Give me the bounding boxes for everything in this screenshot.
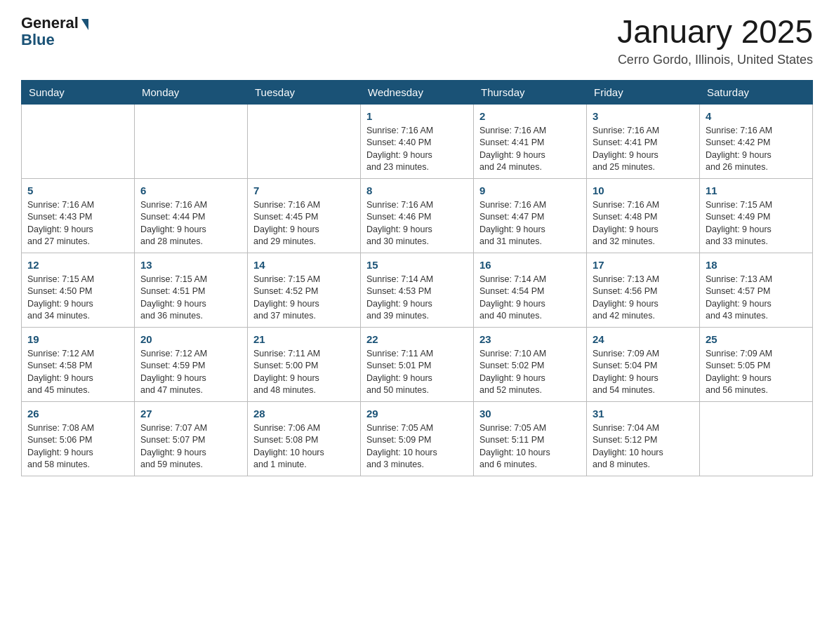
day-number: 17 [593, 257, 694, 272]
calendar-cell: 2Sunrise: 7:16 AM Sunset: 4:41 PM Daylig… [474, 104, 587, 178]
calendar-cell [135, 104, 248, 178]
day-number: 12 [27, 257, 128, 272]
day-number: 23 [479, 332, 581, 347]
calendar-cell: 24Sunrise: 7:09 AM Sunset: 5:04 PM Dayli… [587, 327, 700, 401]
calendar-cell: 8Sunrise: 7:16 AM Sunset: 4:46 PM Daylig… [361, 178, 474, 253]
day-number: 2 [479, 109, 581, 123]
calendar-cell: 27Sunrise: 7:07 AM Sunset: 5:07 PM Dayli… [135, 401, 248, 476]
logo-arrow-icon [81, 19, 88, 30]
day-info: Sunrise: 7:16 AM Sunset: 4:44 PM Dayligh… [140, 199, 241, 248]
column-header-sunday: Sunday [22, 80, 135, 104]
day-info: Sunrise: 7:09 AM Sunset: 5:04 PM Dayligh… [593, 348, 694, 397]
calendar-cell: 19Sunrise: 7:12 AM Sunset: 4:58 PM Dayli… [22, 327, 135, 401]
calendar-cell [248, 104, 361, 178]
day-number: 13 [140, 257, 241, 272]
day-info: Sunrise: 7:04 AM Sunset: 5:12 PM Dayligh… [593, 422, 694, 471]
calendar-cell: 10Sunrise: 7:16 AM Sunset: 4:48 PM Dayli… [587, 178, 700, 253]
day-info: Sunrise: 7:14 AM Sunset: 4:54 PM Dayligh… [479, 274, 581, 323]
calendar-week-row: 19Sunrise: 7:12 AM Sunset: 4:58 PM Dayli… [22, 327, 813, 401]
day-info: Sunrise: 7:06 AM Sunset: 5:08 PM Dayligh… [253, 422, 355, 471]
day-info: Sunrise: 7:16 AM Sunset: 4:42 PM Dayligh… [706, 125, 807, 174]
day-number: 21 [253, 332, 355, 347]
page-header: General Blue January 2025 Cerro Gordo, I… [21, 14, 813, 67]
column-header-wednesday: Wednesday [361, 80, 474, 104]
day-info: Sunrise: 7:14 AM Sunset: 4:53 PM Dayligh… [366, 274, 468, 323]
calendar-cell: 11Sunrise: 7:15 AM Sunset: 4:49 PM Dayli… [700, 178, 813, 253]
logo: General Blue [21, 14, 88, 49]
day-info: Sunrise: 7:16 AM Sunset: 4:47 PM Dayligh… [479, 199, 581, 248]
day-number: 28 [253, 406, 355, 421]
day-number: 9 [479, 183, 581, 198]
calendar-cell: 29Sunrise: 7:05 AM Sunset: 5:09 PM Dayli… [361, 401, 474, 476]
day-info: Sunrise: 7:12 AM Sunset: 4:58 PM Dayligh… [27, 348, 128, 397]
day-number: 4 [706, 109, 807, 123]
day-number: 15 [366, 257, 468, 272]
calendar-cell: 13Sunrise: 7:15 AM Sunset: 4:51 PM Dayli… [135, 253, 248, 327]
day-info: Sunrise: 7:10 AM Sunset: 5:02 PM Dayligh… [479, 348, 581, 397]
day-info: Sunrise: 7:11 AM Sunset: 5:01 PM Dayligh… [366, 348, 468, 397]
day-number: 30 [479, 406, 581, 421]
day-info: Sunrise: 7:12 AM Sunset: 4:59 PM Dayligh… [140, 348, 241, 397]
calendar-table: SundayMondayTuesdayWednesdayThursdayFrid… [21, 80, 813, 476]
day-info: Sunrise: 7:16 AM Sunset: 4:45 PM Dayligh… [253, 199, 355, 248]
day-number: 14 [253, 257, 355, 272]
day-number: 19 [27, 332, 128, 347]
day-number: 20 [140, 332, 241, 347]
calendar-cell: 18Sunrise: 7:13 AM Sunset: 4:57 PM Dayli… [700, 253, 813, 327]
calendar-week-row: 12Sunrise: 7:15 AM Sunset: 4:50 PM Dayli… [22, 253, 813, 327]
logo-blue-text: Blue [21, 31, 55, 49]
calendar-cell: 3Sunrise: 7:16 AM Sunset: 4:41 PM Daylig… [587, 104, 700, 178]
day-info: Sunrise: 7:15 AM Sunset: 4:52 PM Dayligh… [253, 274, 355, 323]
day-number: 31 [593, 406, 694, 421]
day-info: Sunrise: 7:15 AM Sunset: 4:50 PM Dayligh… [27, 274, 128, 323]
column-header-friday: Friday [587, 80, 700, 104]
calendar-cell: 16Sunrise: 7:14 AM Sunset: 4:54 PM Dayli… [474, 253, 587, 327]
day-info: Sunrise: 7:11 AM Sunset: 5:00 PM Dayligh… [253, 348, 355, 397]
calendar-cell: 9Sunrise: 7:16 AM Sunset: 4:47 PM Daylig… [474, 178, 587, 253]
calendar-cell: 15Sunrise: 7:14 AM Sunset: 4:53 PM Dayli… [361, 253, 474, 327]
location-title: Cerro Gordo, Illinois, United States [617, 53, 813, 67]
day-number: 5 [27, 183, 128, 198]
column-header-tuesday: Tuesday [248, 80, 361, 104]
calendar-cell [22, 104, 135, 178]
calendar-cell: 6Sunrise: 7:16 AM Sunset: 4:44 PM Daylig… [135, 178, 248, 253]
day-number: 3 [593, 109, 694, 123]
calendar-cell: 4Sunrise: 7:16 AM Sunset: 4:42 PM Daylig… [700, 104, 813, 178]
day-info: Sunrise: 7:13 AM Sunset: 4:57 PM Dayligh… [706, 274, 807, 323]
day-info: Sunrise: 7:13 AM Sunset: 4:56 PM Dayligh… [593, 274, 694, 323]
day-number: 25 [706, 332, 807, 347]
day-info: Sunrise: 7:15 AM Sunset: 4:51 PM Dayligh… [140, 274, 241, 323]
day-info: Sunrise: 7:16 AM Sunset: 4:43 PM Dayligh… [27, 199, 128, 248]
calendar-cell: 21Sunrise: 7:11 AM Sunset: 5:00 PM Dayli… [248, 327, 361, 401]
calendar-header-row: SundayMondayTuesdayWednesdayThursdayFrid… [22, 80, 813, 104]
calendar-week-row: 5Sunrise: 7:16 AM Sunset: 4:43 PM Daylig… [22, 178, 813, 253]
day-number: 7 [253, 183, 355, 198]
day-number: 27 [140, 406, 241, 421]
calendar-cell: 7Sunrise: 7:16 AM Sunset: 4:45 PM Daylig… [248, 178, 361, 253]
calendar-cell: 26Sunrise: 7:08 AM Sunset: 5:06 PM Dayli… [22, 401, 135, 476]
calendar-cell: 17Sunrise: 7:13 AM Sunset: 4:56 PM Dayli… [587, 253, 700, 327]
calendar-cell: 28Sunrise: 7:06 AM Sunset: 5:08 PM Dayli… [248, 401, 361, 476]
day-info: Sunrise: 7:09 AM Sunset: 5:05 PM Dayligh… [706, 348, 807, 397]
day-info: Sunrise: 7:05 AM Sunset: 5:11 PM Dayligh… [479, 422, 581, 471]
logo-general-text: General [21, 14, 79, 32]
day-number: 10 [593, 183, 694, 198]
day-number: 24 [593, 332, 694, 347]
calendar-cell: 25Sunrise: 7:09 AM Sunset: 5:05 PM Dayli… [700, 327, 813, 401]
day-number: 26 [27, 406, 128, 421]
day-info: Sunrise: 7:15 AM Sunset: 4:49 PM Dayligh… [706, 199, 807, 248]
day-info: Sunrise: 7:08 AM Sunset: 5:06 PM Dayligh… [27, 422, 128, 471]
day-number: 18 [706, 257, 807, 272]
calendar-cell: 1Sunrise: 7:16 AM Sunset: 4:40 PM Daylig… [361, 104, 474, 178]
calendar-cell: 30Sunrise: 7:05 AM Sunset: 5:11 PM Dayli… [474, 401, 587, 476]
calendar-cell: 20Sunrise: 7:12 AM Sunset: 4:59 PM Dayli… [135, 327, 248, 401]
column-header-saturday: Saturday [700, 80, 813, 104]
calendar-cell: 23Sunrise: 7:10 AM Sunset: 5:02 PM Dayli… [474, 327, 587, 401]
day-number: 6 [140, 183, 241, 198]
day-info: Sunrise: 7:16 AM Sunset: 4:40 PM Dayligh… [366, 125, 468, 174]
calendar-cell: 14Sunrise: 7:15 AM Sunset: 4:52 PM Dayli… [248, 253, 361, 327]
day-info: Sunrise: 7:16 AM Sunset: 4:48 PM Dayligh… [593, 199, 694, 248]
day-number: 11 [706, 183, 807, 198]
day-number: 22 [366, 332, 468, 347]
calendar-cell: 31Sunrise: 7:04 AM Sunset: 5:12 PM Dayli… [587, 401, 700, 476]
